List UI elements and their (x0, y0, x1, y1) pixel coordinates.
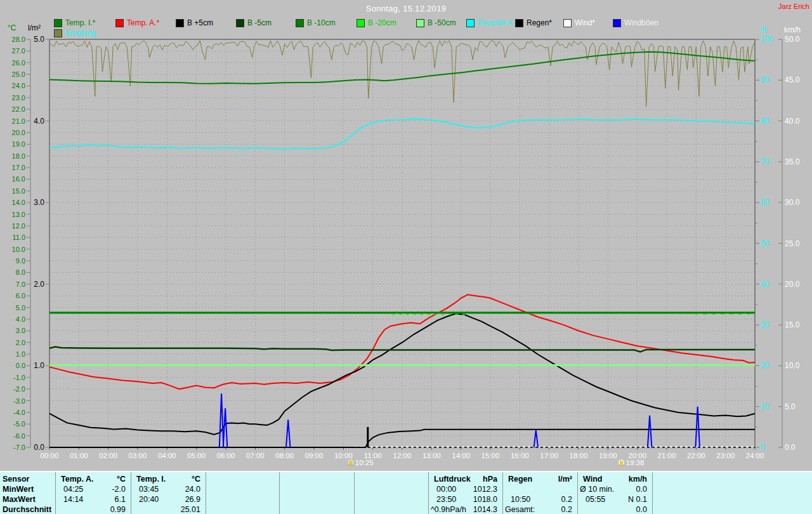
svg-text:-7.0: -7.0 (13, 444, 25, 451)
svg-text:80: 80 (761, 117, 769, 126)
sunset-icon (619, 460, 624, 466)
svg-text:22:00: 22:00 (687, 452, 705, 459)
svg-text:06:00: 06:00 (217, 452, 235, 459)
svg-text:22.0: 22.0 (12, 105, 25, 113)
svg-text:1.0: 1.0 (34, 361, 44, 370)
svg-text:26.0: 26.0 (12, 59, 25, 67)
stats-cell-time (206, 504, 208, 514)
stats-cell-value (349, 504, 354, 514)
stats-col-name: Wind (578, 474, 602, 484)
svg-text:0.0: 0.0 (34, 443, 44, 452)
stats-col-name: Regen (503, 474, 532, 484)
svg-text:3.0: 3.0 (34, 198, 44, 207)
stats-cell-value: 1012.3 (473, 484, 502, 494)
stats-col-unit (423, 474, 428, 484)
svg-text:27.0: 27.0 (12, 47, 25, 55)
svg-text:10.0: 10.0 (12, 246, 25, 253)
svg-text:-5.0: -5.0 (13, 420, 25, 428)
stats-row-labels-column: SensorMinWertMaxWertDurchschnitt (0, 472, 56, 514)
stats-col-name: Temp. I. (131, 474, 166, 484)
stats-cell-time (206, 484, 208, 494)
stats-cell-time (355, 504, 357, 514)
svg-text:23.0: 23.0 (12, 94, 25, 102)
stats-cell-value: 0.0 (636, 504, 652, 514)
svg-text:100: 100 (761, 35, 773, 44)
svg-text:0.0: 0.0 (16, 362, 25, 369)
stats-cell-time: 14:14 (56, 494, 83, 504)
stats-cell-value (572, 484, 577, 494)
stats-cell-value: 1014.3 (473, 504, 502, 514)
stats-cell-time (355, 484, 357, 494)
svg-text:14:00: 14:00 (452, 452, 470, 459)
stats-col-name: Temp. A. (56, 474, 93, 484)
stats-column-temp-a-: Temp. A.°C04:25-2.014:146.10.99 (56, 472, 131, 514)
stats-cell-value (349, 484, 354, 494)
stats-cell-value: 6.1 (115, 494, 131, 504)
stats-cell-time (653, 484, 655, 494)
stats-cell-value (807, 494, 812, 504)
stats-cell-time: 03:45 (131, 484, 159, 494)
svg-text:16.0: 16.0 (12, 175, 25, 183)
svg-text:7.0: 7.0 (16, 280, 25, 288)
svg-text:50.0: 50.0 (785, 35, 800, 44)
stats-cell-time (206, 494, 208, 504)
stats-row-label-2: MaxWert (0, 494, 55, 504)
stats-cell-value (349, 494, 354, 504)
wind-axis: 0.05.010.015.020.025.030.035.040.045.050… (778, 35, 800, 452)
svg-text:13:00: 13:00 (422, 452, 441, 459)
svg-text:-6.0: -6.0 (13, 432, 25, 440)
svg-text:45.0: 45.0 (785, 76, 800, 84)
stats-row-label-1: MinWert (0, 484, 55, 494)
svg-text:09:00: 09:00 (305, 452, 324, 459)
svg-text:24.0: 24.0 (12, 82, 25, 89)
svg-text:05:00: 05:00 (187, 452, 206, 459)
stats-column-temp-i-: Temp. I.°C03:4524.020:4026.925.01 (131, 472, 206, 514)
stats-col-unit: km/h (629, 474, 652, 484)
svg-text:4.0: 4.0 (34, 117, 44, 126)
stats-cell-value (274, 484, 279, 494)
stats-cell-value: N 0.1 (628, 494, 652, 504)
stats-column-wind: Windkm/hØ 10 min.0.005:55N 0.10.0 (578, 472, 653, 514)
stats-cell-value (807, 484, 812, 494)
rain-axis: 0.01.02.03.04.05.0 (34, 35, 49, 452)
svg-text:8.0: 8.0 (16, 268, 25, 276)
stats-col-unit (807, 474, 812, 484)
stats-cell-time: 20:40 (131, 494, 159, 504)
svg-text:6.0: 6.0 (16, 292, 25, 300)
svg-text:08:00: 08:00 (275, 452, 294, 459)
svg-text:-2.0: -2.0 (13, 385, 25, 393)
svg-text:15.0: 15.0 (785, 320, 800, 329)
sun-marker: 10:25 (348, 459, 373, 466)
svg-text:04:00: 04:00 (158, 452, 176, 459)
svg-text:12:00: 12:00 (393, 452, 412, 459)
stats-cell-value: 0.99 (110, 504, 131, 514)
stats-cell-time: 23:50 (429, 494, 456, 504)
stats-col-name: Luftdruck (429, 474, 471, 484)
svg-text:40: 40 (761, 280, 769, 289)
stats-col-unit: l/m² (558, 474, 577, 484)
svg-text:0: 0 (761, 443, 765, 452)
stats-col-name (355, 474, 360, 484)
grid (49, 39, 755, 447)
stats-col-name (653, 474, 658, 484)
stats-cell-time: ^0.9hPa/h (429, 504, 466, 514)
time-axis: 00:0001:0002:0003:0004:0005:0006:0007:00… (41, 447, 764, 459)
stats-col-unit (349, 474, 354, 484)
stats-column-luftdruck: LuftdruckhPa00:001012.323:501018.0^0.9hP… (429, 472, 503, 514)
svg-text:3.0: 3.0 (16, 327, 25, 334)
svg-text:10:00: 10:00 (334, 452, 353, 459)
svg-text:40.0: 40.0 (785, 117, 800, 126)
svg-text:60: 60 (761, 198, 769, 207)
svg-text:15.0: 15.0 (12, 187, 25, 195)
stats-cell-value (274, 494, 279, 504)
temp-axis: 28.027.026.025.024.023.022.021.020.019.0… (12, 36, 30, 451)
stats-cell-time: Ø 10 min. (578, 484, 614, 494)
svg-text:2.0: 2.0 (34, 280, 44, 289)
stats-cell-value (807, 504, 812, 514)
stats-cell-value: 0.0 (636, 484, 652, 494)
svg-text:30: 30 (761, 320, 769, 329)
svg-text:23:00: 23:00 (716, 452, 735, 459)
svg-text:90: 90 (761, 76, 769, 84)
svg-text:4.0: 4.0 (16, 315, 25, 323)
svg-text:13.0: 13.0 (12, 211, 25, 218)
